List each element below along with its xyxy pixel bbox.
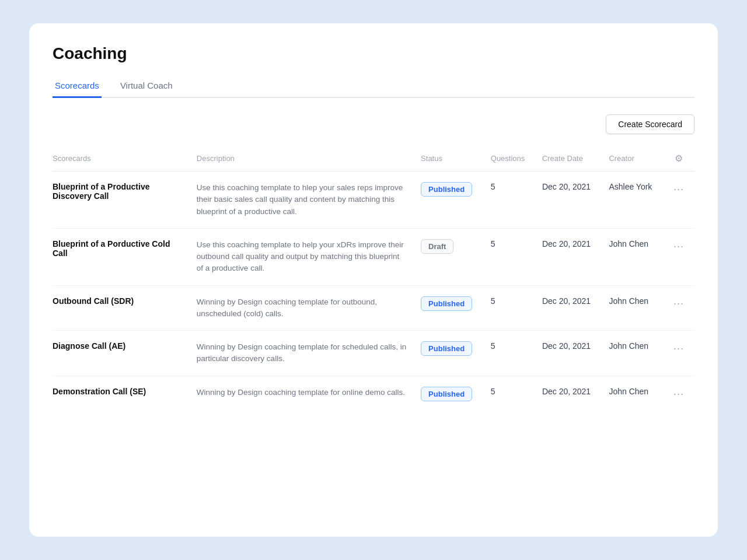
status-badge: Published [421,387,472,401]
row-questions: 5 [484,172,535,229]
row-create-date: Dec 20, 2021 [535,228,602,285]
row-create-date: Dec 20, 2021 [535,172,602,229]
row-creator: John Chen [602,331,663,376]
row-create-date: Dec 20, 2021 [535,331,602,376]
row-name: Blueprint of a Productive Discovery Call [53,172,190,229]
row-creator: John Chen [602,228,663,285]
col-header-status: Status [414,148,484,172]
scorecards-table: Scorecards Description Status Questions … [53,148,694,412]
col-header-create-date: Create Date [535,148,602,172]
row-create-date: Dec 20, 2021 [535,376,602,412]
row-actions: ··· [663,228,694,285]
status-badge: Published [421,341,472,356]
col-header-creator: Creator [602,148,663,172]
toolbar: Create Scorecard [53,114,694,134]
row-status: Published [414,331,484,376]
row-actions: ··· [663,376,694,412]
row-creator: John Chen [602,376,663,412]
table-row: Outbound Call (SDR) Winning by Design co… [53,285,694,331]
row-create-date: Dec 20, 2021 [535,285,602,331]
row-questions: 5 [484,376,535,412]
more-options-button[interactable]: ··· [670,182,687,197]
tab-scorecards[interactable]: Scorecards [53,75,102,98]
row-creator: Ashlee York [602,172,663,229]
col-header-scorecards: Scorecards [53,148,190,172]
row-name: Diagnose Call (AE) [53,331,190,376]
row-questions: 5 [484,285,535,331]
row-creator: John Chen [602,285,663,331]
row-status: Published [414,376,484,412]
row-description: Winning by Design coaching template for … [190,376,414,412]
more-options-button[interactable]: ··· [670,239,687,254]
col-header-questions: Questions [484,148,535,172]
table-row: Diagnose Call (AE) Winning by Design coa… [53,331,694,376]
row-actions: ··· [663,285,694,331]
create-scorecard-button[interactable]: Create Scorecard [606,114,694,134]
row-status: Published [414,172,484,229]
status-badge: Published [421,296,472,311]
row-actions: ··· [663,331,694,376]
row-description: Use this coaching template to help your … [190,228,414,285]
table-row: Blueprint of a Productive Discovery Call… [53,172,694,229]
row-name: Outbound Call (SDR) [53,285,190,331]
status-badge: Published [421,182,472,197]
row-questions: 5 [484,228,535,285]
row-description: Winning by Design coaching template for … [190,331,414,376]
more-options-button[interactable]: ··· [670,341,687,356]
tabs-nav: Scorecards Virtual Coach [53,75,694,98]
row-name: Blueprint of a Porductive Cold Call [53,228,190,285]
row-actions: ··· [663,172,694,229]
status-badge: Draft [421,239,453,254]
row-description: Winning by Design coaching template for … [190,285,414,331]
col-header-description: Description [190,148,414,172]
more-options-button[interactable]: ··· [670,387,687,401]
row-questions: 5 [484,331,535,376]
row-name: Demonstration Call (SE) [53,376,190,412]
table-row: Blueprint of a Porductive Cold Call Use … [53,228,694,285]
col-header-settings: ⚙ [663,148,694,172]
tab-virtual-coach[interactable]: Virtual Coach [118,75,175,98]
settings-gear-icon[interactable]: ⚙ [675,153,683,163]
row-status: Draft [414,228,484,285]
more-options-button[interactable]: ··· [670,296,687,311]
row-description: Use this coaching template to hlep your … [190,172,414,229]
row-status: Published [414,285,484,331]
page-title: Coaching [53,44,694,63]
main-card: Coaching Scorecards Virtual Coach Create… [29,23,718,537]
table-row: Demonstration Call (SE) Winning by Desig… [53,376,694,412]
